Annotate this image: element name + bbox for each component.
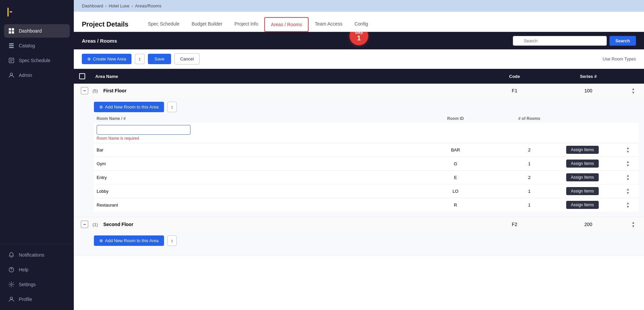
room-count-entry: 2 [492, 175, 566, 180]
breadcrumb-dashboard[interactable]: Dashboard [82, 3, 103, 8]
tab-project-info[interactable]: Project Info [228, 17, 264, 32]
tab-budget-builder[interactable]: Budget Builder [185, 17, 228, 32]
tab-nav: Spec Schedule Budget Builder Project Inf… [142, 17, 374, 32]
assign-items-lobby[interactable]: Assign Items [566, 187, 599, 195]
sidebar-item-profile[interactable]: Profile [4, 293, 70, 306]
area-up-second-floor[interactable]: ▲ [632, 221, 635, 224]
room-arrows-bar: ▲ ▼ [620, 146, 636, 153]
area-count-first-floor: (5) [93, 88, 98, 93]
area-down-first-floor[interactable]: ▼ [632, 91, 635, 94]
add-room-second-floor-button[interactable]: ⊕ Add New Room to this Area [94, 235, 164, 246]
assign-items-entry[interactable]: Assign Items [566, 173, 599, 181]
room-sort-first-floor[interactable]: ↕ [167, 102, 177, 112]
sidebar-item-profile-label: Profile [19, 297, 32, 302]
sidebar-item-notifications[interactable]: Notifications [4, 248, 70, 262]
tab-config[interactable]: Config [348, 17, 374, 32]
room-up-bar[interactable]: ▲ [626, 146, 630, 150]
search-button[interactable]: Search [609, 36, 636, 46]
step-number: 1 [357, 35, 361, 41]
tab-areas-rooms[interactable]: Areas / Rooms [264, 17, 309, 32]
tab-team-access[interactable]: Team Access [309, 17, 348, 32]
assign-col-restaurant: Assign Items [566, 201, 620, 209]
room-up-restaurant[interactable]: ▲ [626, 202, 630, 205]
assign-col-bar: Assign Items [566, 146, 620, 154]
sidebar-item-admin[interactable]: Admin [4, 69, 70, 82]
create-area-button[interactable]: ⊕ Create New Area [82, 54, 131, 64]
room-col-arrows [620, 116, 636, 121]
assign-items-bar[interactable]: Assign Items [566, 146, 599, 154]
add-room-first-floor-label: Add New Room to this Area [105, 104, 159, 109]
area-name-first-floor: First Floor [103, 88, 126, 93]
room-down-bar[interactable]: ▼ [626, 150, 630, 153]
area-name-col: (5) First Floor [93, 88, 478, 93]
area-expand-first-floor[interactable]: − [81, 87, 88, 94]
area-series-first-floor: 100 [551, 88, 625, 93]
area-row-header-second-floor: − (1) Second Floor F2 200 ▲ ▼ [74, 217, 644, 231]
room-up-gym[interactable]: ▲ [626, 160, 630, 164]
svg-rect-3 [12, 31, 14, 34]
sidebar-item-admin-label: Admin [19, 73, 32, 78]
toolbar: ⊕ Create New Area ↕ Save Cancel Use Room… [74, 49, 644, 69]
assign-col-gym: Assign Items [566, 160, 620, 168]
room-row-lobby: Lobby LO 1 Assign Items ▲ ▼ [94, 184, 639, 198]
area-up-first-floor[interactable]: ▲ [632, 87, 635, 91]
svg-rect-4 [9, 43, 14, 44]
header-checkbox[interactable] [79, 73, 85, 79]
breadcrumb: Dashboard › Hotel Luxe › Areas/Rooms [74, 0, 644, 12]
area-expand-second-floor[interactable]: − [81, 221, 88, 228]
dashboard-icon [8, 28, 15, 34]
save-button[interactable]: Save [148, 54, 171, 64]
create-area-label: Create New Area [93, 56, 126, 61]
col-checkbox [76, 73, 93, 79]
sidebar-item-help[interactable]: Help [4, 263, 70, 276]
area-row-first-floor: − (5) First Floor F1 100 ▲ ▼ [74, 84, 644, 98]
sidebar-item-catalog[interactable]: Catalog [4, 39, 70, 52]
room-down-lobby[interactable]: ▼ [626, 191, 630, 195]
rooms-section-second-floor: ⊕ Add New Room to this Area ↕ [74, 231, 644, 255]
help-icon [8, 266, 15, 273]
room-down-restaurant[interactable]: ▼ [626, 205, 630, 209]
step-badge: Step 1 [350, 32, 368, 45]
room-count-restaurant: 1 [492, 203, 566, 208]
plus-circle-room2-icon: ⊕ [99, 238, 103, 243]
room-sort-icon: ↕ [171, 104, 173, 109]
area-code-first-floor: F1 [478, 88, 551, 93]
add-room-first-floor-button[interactable]: ⊕ Add New Room to this Area [94, 102, 164, 112]
sort-button[interactable]: ↕ [135, 54, 145, 64]
plus-circle-room-icon: ⊕ [99, 104, 103, 109]
plus-circle-icon: ⊕ [87, 56, 91, 61]
search-input-wrap: 🔍 [513, 36, 607, 46]
column-headers: Area Name Code Series # [74, 69, 644, 84]
svg-point-13 [11, 271, 11, 271]
sidebar-item-spec-schedule[interactable]: Spec Schedule [4, 54, 70, 67]
assign-items-gym[interactable]: Assign Items [566, 160, 599, 168]
tab-spec-schedule[interactable]: Spec Schedule [142, 17, 185, 32]
room-sort-second-floor[interactable]: ↕ [167, 235, 177, 246]
panel-title: Areas / Rooms [82, 38, 117, 44]
sidebar-item-dashboard[interactable]: Dashboard [4, 24, 70, 38]
area-arrows-first-floor: ▲ ▼ [625, 87, 641, 94]
room-down-entry[interactable]: ▼ [626, 178, 630, 181]
breadcrumb-hotel[interactable]: Hotel Luxe [109, 3, 129, 8]
table-container: Area Name Code Series # − (5) First Floo… [74, 69, 644, 310]
assign-col-lobby: Assign Items [566, 187, 620, 195]
new-room-name-input[interactable] [97, 125, 191, 135]
search-input[interactable] [513, 36, 607, 46]
sidebar-item-settings[interactable]: Settings [4, 278, 70, 291]
svg-rect-0 [9, 28, 11, 31]
breadcrumb-areas-rooms[interactable]: Areas/Rooms [135, 3, 161, 8]
area-down-second-floor[interactable]: ▼ [632, 225, 635, 228]
room-up-entry[interactable]: ▲ [626, 174, 630, 177]
room-up-lobby[interactable]: ▲ [626, 188, 630, 191]
room-col-name: Room Name / # [97, 116, 419, 121]
room-col-assign [566, 116, 620, 121]
svg-rect-6 [9, 47, 14, 48]
room-down-gym[interactable]: ▼ [626, 164, 630, 167]
settings-icon [8, 281, 15, 288]
room-count-bar: 2 [492, 147, 566, 152]
cancel-button[interactable]: Cancel [174, 53, 199, 64]
panel-header: Areas / Rooms Step 1 🔍 Search [74, 32, 644, 49]
assign-items-restaurant[interactable]: Assign Items [566, 201, 599, 209]
use-room-types[interactable]: Use Room Types [603, 56, 636, 61]
area-arrows-second-floor: ▲ ▼ [625, 221, 641, 228]
